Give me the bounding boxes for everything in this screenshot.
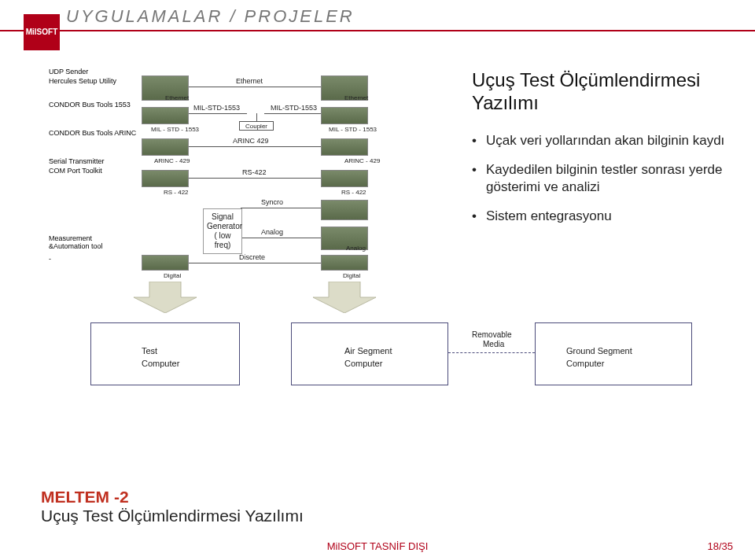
- link-rs: RS-422: [242, 168, 267, 176]
- air-segment-label: Air Segment: [344, 346, 392, 356]
- line-mil-right: [264, 113, 321, 114]
- right-title: Uçuş Test Ölçümlendirmesi Yazılımı: [472, 69, 731, 115]
- bullet-1: Uçak veri yollarından akan bilginin kayd…: [472, 132, 731, 150]
- tool-comport-toolkit: COM Port Toolkit: [49, 167, 102, 175]
- tool-udp-sender: UDP Sender: [49, 68, 88, 76]
- tool-condor-arinc: CONDOR Bus Tools ARINC: [49, 129, 136, 137]
- coupler-tap: [256, 113, 257, 121]
- logo-box: MilSOFT: [24, 14, 60, 50]
- test-computer-label: Computer: [142, 359, 179, 368]
- tool-measurement: Measurement &Automation tool: [49, 234, 112, 250]
- card-mil-left: [142, 107, 189, 124]
- bottom-title-sub: Uçuş Test Ölçümlendirmesi Yazılımı: [41, 507, 304, 525]
- bottom-title: MELTEM -2 Uçuş Test Ölçümlendirmesi Yazı…: [41, 488, 304, 525]
- svg-marker-1: [313, 282, 376, 313]
- link-ethernet: Ethernet: [236, 77, 263, 85]
- arrow-test-segment: [126, 282, 204, 313]
- card-digital-left-label: Digital: [164, 272, 181, 279]
- card-ethernet-left-label: Ethernet: [165, 94, 189, 101]
- line-discrete: [189, 263, 321, 263]
- bullet-3: Sistem entegrasyonu: [472, 208, 731, 226]
- line-ethernet: [189, 87, 321, 87]
- link-mil-left: MIL-STD-1553: [193, 104, 240, 112]
- footer-classification: MilSOFT TASNİF DIŞI: [327, 540, 429, 552]
- media-label: Media: [483, 340, 504, 348]
- link-analog: Analog: [261, 228, 283, 236]
- card-mil-left-label: MIL - STD - 1553: [151, 126, 199, 133]
- test-label: Test: [142, 346, 157, 356]
- card-arinc-left: [142, 138, 189, 156]
- link-discrete: Discrete: [239, 253, 265, 261]
- link-syncro: Syncro: [261, 198, 283, 206]
- card-analog-right-upper: [321, 200, 368, 220]
- card-rs-left: [142, 170, 189, 187]
- footer-page-number: 18/35: [707, 540, 733, 552]
- card-rs-right-label: RS - 422: [341, 189, 366, 196]
- line-syncro: [241, 208, 321, 208]
- removable-media-link: [448, 352, 535, 353]
- card-digital-right: [321, 255, 368, 271]
- card-arinc-right-label: ARINC - 429: [344, 157, 380, 164]
- tool-condor-1553: CONDOR Bus Tools 1553: [49, 101, 131, 109]
- test-computer-box: [90, 322, 240, 385]
- coupler-box: Coupler: [239, 121, 274, 131]
- siggen-line3: ( low freq): [207, 231, 238, 250]
- header-underline: [0, 30, 755, 31]
- svg-marker-0: [134, 282, 197, 313]
- link-mil-right: MIL-STD-1553: [271, 104, 317, 112]
- arrow-air-segment: [305, 282, 384, 313]
- line-rs: [189, 178, 321, 179]
- siggen-line1: Signal: [207, 212, 238, 222]
- line-arinc: [189, 146, 321, 147]
- slide-header: UYGULAMALAR / PROJELER MilSOFT: [0, 0, 755, 46]
- card-ethernet-right-label: Ethernet: [344, 94, 368, 101]
- slide-header-title: UYGULAMALAR / PROJELER: [66, 6, 355, 27]
- tool-hercules: Hercules Setup Utility: [49, 77, 116, 85]
- card-mil-right-label: MIL - STD - 1553: [329, 126, 377, 133]
- ground-segment-label: Ground Segment: [566, 346, 632, 356]
- card-digital-left: [142, 255, 189, 271]
- line-mil-left: [189, 113, 247, 114]
- card-arinc-right: [321, 138, 368, 156]
- tool-dash: -: [49, 255, 51, 263]
- card-rs-left-label: RS - 422: [164, 189, 189, 196]
- link-arinc: ARINC 429: [233, 137, 269, 145]
- air-computer-label: Computer: [344, 359, 382, 368]
- bottom-title-meltem: MELTEM -2: [41, 488, 129, 506]
- logo-text: MilSOFT: [26, 28, 58, 36]
- card-digital-right-label: Digital: [343, 272, 360, 279]
- card-analog-right-label: Analog: [346, 245, 366, 252]
- siggen-line2: Generator: [207, 222, 238, 231]
- removable-label: Removable: [472, 330, 512, 339]
- line-analog: [241, 238, 321, 238]
- signal-generator: Signal Generator ( low freq): [203, 208, 242, 254]
- ground-computer-label: Computer: [566, 359, 604, 368]
- card-mil-right: [321, 107, 368, 124]
- card-arinc-left-label: ARINC - 429: [154, 157, 190, 164]
- bullet-2: Kaydedilen bilginin testler sonrası yerd…: [472, 161, 731, 197]
- right-panel: Uçuş Test Ölçümlendirmesi Yazılımı Uçak …: [472, 69, 731, 237]
- tool-serial-transmitter: Serial Transmitter: [49, 157, 105, 165]
- card-rs-right: [321, 170, 368, 187]
